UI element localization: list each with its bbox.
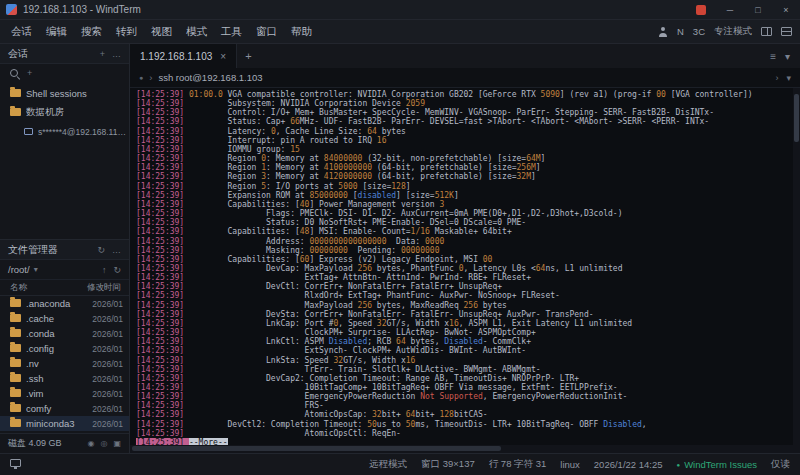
file-name: comfy [26,403,87,414]
file-name: .conda [26,328,87,339]
terminal-line: [14:25:39] Status: Cap+ 66MHz- UDF- Fast… [136,117,790,126]
titlebar: 192.168.1.103 - WindTerm ─ □ × [0,0,800,20]
menu-item[interactable]: 转到 [109,22,144,42]
sessions-toolbar: + [0,64,129,82]
terminal-line: [14:25:39] Region 1: Memory at 410000000… [136,163,790,172]
search-icon[interactable] [10,69,19,78]
menu-item[interactable]: 工具 [214,22,249,42]
file-row[interactable]: .anaconda2026/01 [0,296,129,311]
file-row[interactable]: comfy2026/01 [0,401,129,416]
maximize-button[interactable]: □ [744,0,772,19]
tab-session[interactable]: 1.192.168.1.103 × [130,44,237,68]
tabbar-right-icons: ≡ ▾ [770,51,800,62]
bc-chevron-right-icon[interactable]: › [775,73,778,83]
files-more-icon[interactable]: … [112,245,121,255]
menu-item[interactable]: 模式 [179,22,214,42]
menu-item[interactable]: 帮助 [284,22,319,42]
sessions-add-icon[interactable]: + [100,49,105,59]
file-row[interactable]: .ssh2026/01 [0,371,129,386]
close-button[interactable]: × [772,0,800,19]
statusbar: 远程模式 窗口 39×137 行 78 字符 31 linux 2026/1/2… [0,453,800,475]
terminal-line: [14:25:39] LnkSta: Speed 32GT/s, Width x… [136,356,790,365]
status-window-size[interactable]: 窗口 39×137 [421,458,475,471]
footer-search-icon[interactable]: ◎ [100,439,107,448]
horizontal-scrollbar[interactable] [130,445,800,453]
new-session-icon[interactable]: + [27,68,32,78]
minimize-button[interactable]: ─ [716,0,744,19]
horizontal-scrollbar-thumb[interactable] [132,446,501,451]
terminal-line: [14:25:39] Region 0: Memory at 84000000 … [136,154,790,163]
tree-item-label: 数据机房 [26,106,64,119]
file-row[interactable]: miniconda32026/01 [0,416,129,431]
notification-badge-icon[interactable] [696,5,706,15]
sessions-more-icon[interactable]: … [112,49,121,59]
terminal[interactable]: [14:25:39] 01:00.0 VGA compatible contro… [130,88,800,445]
terminal-monitor-icon[interactable] [10,459,21,467]
file-row[interactable]: .cache2026/01 [0,311,129,326]
status-os[interactable]: linux [560,459,580,470]
menu-items: 会话编辑搜索转到视图模式工具窗口帮助 [4,22,319,42]
folder-icon [10,389,21,397]
terminal-output: [14:25:39] 01:00.0 VGA compatible contro… [136,90,790,445]
terminal-line: [14:25:39] ClockPM+ Surprise- LLActRep- … [136,328,790,337]
path-chevron-down-icon[interactable]: ▾ [34,265,38,274]
tab-chevron-down-icon[interactable]: ▾ [785,51,790,62]
breadcrumb: ● › ssh root@192.168.1.103 › ▾ [130,68,800,88]
status-readonly[interactable]: 仅读 [771,458,790,471]
session-icon [24,128,33,135]
menu-item[interactable]: 搜索 [74,22,109,42]
column-modified[interactable]: 修改时间 [87,282,121,294]
footer-pin-icon[interactable]: ◉ [87,439,94,448]
path-refresh-icon[interactable]: ↻ [113,265,121,275]
terminal-line: [14:25:39] ExtTag+ AttnBtn- AttnInd- Pwr… [136,273,790,282]
folder-icon [10,108,21,116]
file-row[interactable]: .config2026/01 [0,341,129,356]
split-horizontal-icon[interactable] [781,27,792,36]
status-windterm-issues[interactable]: ● WindTerm Issues [677,459,757,470]
vertical-scrollbar[interactable] [793,88,800,445]
status-datetime[interactable]: 2026/1/22 14:25 [594,459,663,470]
split-vertical-icon[interactable] [761,27,772,36]
tab-list-icon[interactable]: ≡ [770,51,776,62]
menu-item[interactable]: 窗口 [249,22,284,42]
status-cursor-position[interactable]: 行 78 字符 31 [489,458,547,471]
path-icons: ↑ ↻ [102,265,121,275]
file-modified-date: 2026/01 [92,359,123,369]
menu-item[interactable]: 视图 [144,22,179,42]
folder-icon [10,374,21,382]
file-row[interactable]: .nv2026/01 [0,356,129,371]
bc-chevron-down-icon[interactable]: ▾ [786,73,791,83]
up-directory-icon[interactable]: ↑ [102,265,107,275]
session-status-dot-icon: ● [139,74,143,81]
new-tab-button[interactable]: + [237,50,259,62]
tree-folder[interactable]: Shell sessions [0,84,129,103]
footer-icons: ◉ ◎ ▣ [87,439,121,448]
menu-item[interactable]: 编辑 [39,22,74,42]
focus-mode-label[interactable]: 专注模式 [714,25,752,38]
issues-label: WindTerm Issues [684,459,757,470]
status-mode[interactable]: 远程模式 [369,458,407,471]
terminal-line: [14:25:39] FRS- [136,401,790,410]
files-refresh-icon[interactable]: ↻ [97,245,105,255]
menu-item[interactable]: 会话 [4,22,39,42]
file-row[interactable]: .vim2026/01 [0,386,129,401]
current-path[interactable]: /root/ [8,264,30,275]
footer-grid-icon[interactable]: ▣ [113,439,121,448]
terminal-line: [14:25:39] TrErr- Train- SlotClk+ DLActi… [136,365,790,374]
user-account-icon[interactable] [658,27,668,37]
file-name: .cache [26,313,87,324]
badge-n[interactable]: N [677,26,684,37]
vertical-scrollbar-thumb[interactable] [794,94,799,142]
tree-item-label: Shell sessions [26,88,87,99]
tree-session[interactable]: s******4@192.168.110.10 [0,122,129,141]
file-row[interactable]: .conda2026/01 [0,326,129,341]
menubar: 会话编辑搜索转到视图模式工具窗口帮助 N 3C 专注模式 [0,20,800,44]
badge-3c[interactable]: 3C [693,26,705,37]
tree-folder[interactable]: 数据机房 [0,103,129,122]
folder-icon [10,419,21,427]
terminal-line: [14:25:39] AtomicOpsCap: 32bit+ 64bit+ 1… [136,410,790,419]
breadcrumb-session[interactable]: ssh root@192.168.1.103 [158,72,262,83]
terminal-line: [14:25:39] Status: D0 NoSoftRst+ PME-Ena… [136,218,790,227]
tab-close-icon[interactable]: × [220,51,226,62]
column-name[interactable]: 名称 [10,282,27,294]
